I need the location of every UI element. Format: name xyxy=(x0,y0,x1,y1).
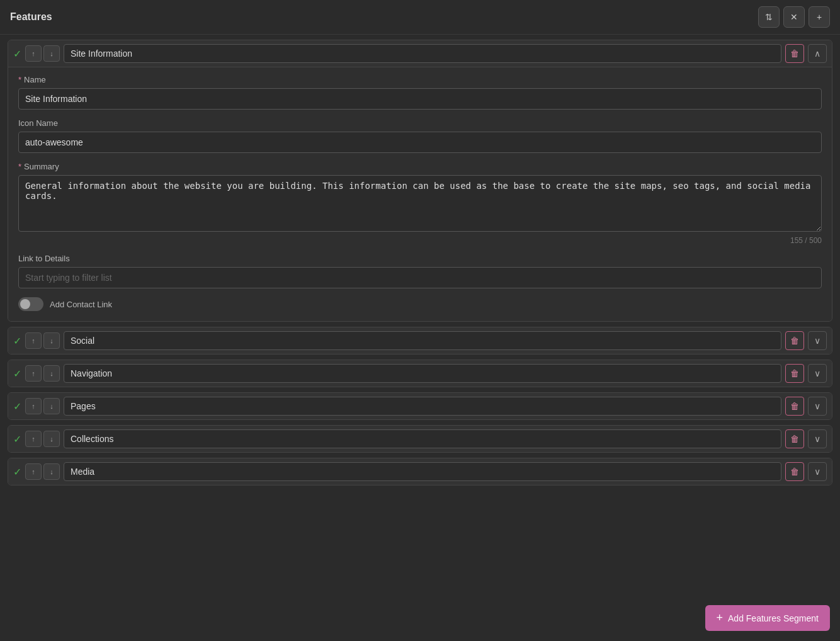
segment-header-site-information: ✓ ↑ ↓ 🗑 ∧ xyxy=(8,40,832,67)
plus-icon: + xyxy=(817,12,822,22)
segment-header-pages: ✓ ↑ ↓ 🗑 ∨ xyxy=(8,393,832,419)
summary-label-text: Summary xyxy=(24,162,59,171)
segment-media: ✓ ↑ ↓ 🗑 ∨ xyxy=(8,458,832,485)
move-up-button-navigation[interactable]: ↑ xyxy=(25,365,42,382)
link-to-details-label: Link to Details xyxy=(18,254,822,263)
add-segment-plus-icon: + xyxy=(717,611,724,625)
add-contact-link-row: Add Contact Link xyxy=(18,297,822,311)
link-filter-input[interactable] xyxy=(18,267,822,288)
collapse-button-navigation[interactable]: ∨ xyxy=(808,364,827,383)
delete-button-social[interactable]: 🗑 xyxy=(785,331,804,350)
segment-collections: ✓ ↑ ↓ 🗑 ∨ xyxy=(8,425,832,453)
chevron-down-icon-media: ∨ xyxy=(814,467,820,477)
check-icon-navigation[interactable]: ✓ xyxy=(13,368,21,380)
segment-site-information: ✓ ↑ ↓ 🗑 ∧ * Name xyxy=(8,40,832,322)
move-down-button-pages[interactable]: ↓ xyxy=(43,398,60,414)
segment-navigation: ✓ ↑ ↓ 🗑 ∨ xyxy=(8,360,832,387)
delete-button-media[interactable]: 🗑 xyxy=(785,462,804,481)
chevron-down-icon-social: ∨ xyxy=(814,336,820,346)
sort-button[interactable]: ⇅ xyxy=(758,6,780,28)
trash-icon-navigation: 🗑 xyxy=(790,368,799,378)
check-icon-media[interactable]: ✓ xyxy=(13,466,21,478)
contact-link-toggle[interactable] xyxy=(18,297,43,311)
segments-container: ✓ ↑ ↓ 🗑 ∧ * Name xyxy=(0,35,840,496)
icon-name-label: Icon Name xyxy=(18,118,822,128)
add-segment-label: Add Features Segment xyxy=(728,613,819,623)
move-buttons-collections: ↑ ↓ xyxy=(25,431,60,447)
summary-textarea[interactable]: General information about the website yo… xyxy=(18,175,822,232)
segment-name-input-pages[interactable] xyxy=(64,397,781,416)
icon-name-field-group: Icon Name xyxy=(18,118,822,153)
sort-icon: ⇅ xyxy=(765,12,773,22)
segment-header-collections: ✓ ↑ ↓ 🗑 ∨ xyxy=(8,426,832,452)
page-title: Features xyxy=(10,11,52,23)
segment-header-social: ✓ ↑ ↓ 🗑 ∨ xyxy=(8,327,832,354)
trash-icon: 🗑 xyxy=(790,48,799,59)
link-to-details-field-group: Link to Details xyxy=(18,254,822,288)
delete-button-navigation[interactable]: 🗑 xyxy=(785,364,804,383)
move-up-button-media[interactable]: ↑ xyxy=(25,463,42,480)
add-features-segment-button[interactable]: + Add Features Segment xyxy=(705,605,831,631)
segment-name-input-social[interactable] xyxy=(64,331,781,350)
move-buttons-social: ↑ ↓ xyxy=(25,332,60,349)
icon-name-input[interactable] xyxy=(18,132,822,153)
chevron-down-icon-pages: ∨ xyxy=(814,401,820,411)
trash-icon-collections: 🗑 xyxy=(790,434,799,444)
segment-header-navigation: ✓ ↑ ↓ 🗑 ∨ xyxy=(8,360,832,387)
segment-name-input-site-information[interactable] xyxy=(64,44,781,63)
name-label-text: Name xyxy=(24,75,46,84)
name-label: * Name xyxy=(18,75,822,84)
move-buttons-pages: ↑ ↓ xyxy=(25,398,60,414)
icon-name-label-text: Icon Name xyxy=(18,118,58,128)
move-down-button-collections[interactable]: ↓ xyxy=(43,431,60,447)
move-buttons-site-information: ↑ ↓ xyxy=(25,45,60,62)
move-down-button-navigation[interactable]: ↓ xyxy=(43,365,60,382)
segment-social: ✓ ↑ ↓ 🗑 ∨ xyxy=(8,327,832,355)
check-icon-social[interactable]: ✓ xyxy=(13,335,21,347)
segment-name-input-collections[interactable] xyxy=(64,429,781,448)
check-icon-site-information[interactable]: ✓ xyxy=(13,48,21,60)
collapse-button-site-information[interactable]: ∧ xyxy=(808,44,827,63)
move-up-button-site-information[interactable]: ↑ xyxy=(25,45,42,62)
move-up-button-pages[interactable]: ↑ xyxy=(25,398,42,414)
move-up-button-social[interactable]: ↑ xyxy=(25,332,42,349)
chevron-down-icon-navigation: ∨ xyxy=(814,368,820,378)
collapse-button-media[interactable]: ∨ xyxy=(808,462,827,481)
segment-name-input-media[interactable] xyxy=(64,462,781,481)
trash-icon-media: 🗑 xyxy=(790,467,799,477)
check-icon-pages[interactable]: ✓ xyxy=(13,400,21,412)
link-to-details-label-text: Link to Details xyxy=(18,254,70,263)
move-buttons-navigation: ↑ ↓ xyxy=(25,365,60,382)
char-count: 155 / 500 xyxy=(18,236,822,245)
header-buttons: ⇅ ✕ + xyxy=(758,6,830,28)
summary-label: * Summary xyxy=(18,162,822,171)
close-button[interactable]: ✕ xyxy=(783,6,805,28)
chevron-down-icon-collections: ∨ xyxy=(814,434,820,444)
page-container: Features ⇅ ✕ + ✓ ↑ ↓ � xyxy=(0,0,840,496)
delete-button-pages[interactable]: 🗑 xyxy=(785,397,804,416)
move-down-button-social[interactable]: ↓ xyxy=(43,332,60,349)
collapse-button-pages[interactable]: ∨ xyxy=(808,397,827,416)
move-down-button-site-information[interactable]: ↓ xyxy=(43,45,60,62)
collapse-button-collections[interactable]: ∨ xyxy=(808,429,827,448)
collapse-button-social[interactable]: ∨ xyxy=(808,331,827,350)
move-up-button-collections[interactable]: ↑ xyxy=(25,431,42,447)
name-field-group: * Name xyxy=(18,75,822,110)
trash-icon-social: 🗑 xyxy=(790,336,799,346)
delete-button-site-information[interactable]: 🗑 xyxy=(785,44,804,63)
check-icon-collections[interactable]: ✓ xyxy=(13,433,21,445)
required-indicator-name: * xyxy=(18,75,21,84)
add-button[interactable]: + xyxy=(809,6,830,28)
segment-name-input-navigation[interactable] xyxy=(64,364,781,383)
segment-content-site-information: * Name Icon Name * Summary xyxy=(8,67,832,321)
required-indicator-summary: * xyxy=(18,162,21,171)
contact-link-label: Add Contact Link xyxy=(50,300,112,309)
chevron-up-icon: ∧ xyxy=(814,48,820,59)
add-segment-btn-container: + Add Features Segment xyxy=(705,605,831,631)
move-down-button-media[interactable]: ↓ xyxy=(43,463,60,480)
segment-pages: ✓ ↑ ↓ 🗑 ∨ xyxy=(8,392,832,420)
name-input[interactable] xyxy=(18,88,822,110)
delete-button-collections[interactable]: 🗑 xyxy=(785,429,804,448)
segment-header-media: ✓ ↑ ↓ 🗑 ∨ xyxy=(8,458,832,485)
toggle-slider xyxy=(18,297,43,311)
